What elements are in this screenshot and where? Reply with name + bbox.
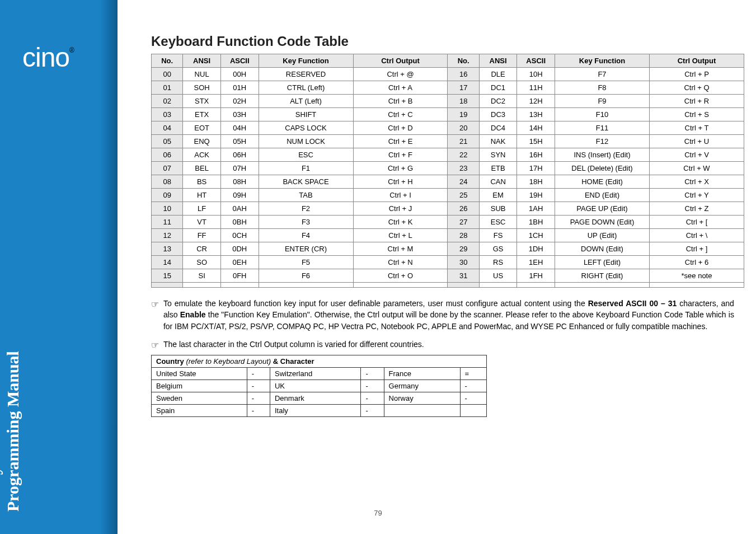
table-cell: F9: [555, 95, 650, 108]
table-cell: F1: [259, 162, 353, 175]
table-cell: Ctrl + U: [649, 135, 744, 148]
sidebar: cino® FuzzyScan Fixed Mount Scan Program…: [0, 0, 118, 534]
country-cell: Denmark: [270, 392, 360, 404]
table-cell: Ctrl + G: [353, 162, 448, 175]
table-cell: F8: [555, 81, 650, 95]
table-cell: 18: [448, 95, 479, 108]
table-row: 13CR0DHENTER (CR)Ctrl + M29GS1DHDOWN (Ed…: [152, 242, 744, 256]
country-cell: -: [247, 392, 270, 404]
content-area: Keyboard Function Code Table No. ANSI AS…: [151, 34, 744, 417]
table-cell: 13: [152, 242, 183, 256]
table-cell: 02: [152, 95, 183, 108]
table-cell: Ctrl + K: [353, 216, 448, 229]
table-cell: 19H: [517, 189, 555, 202]
note-1: ☞ To emulate the keyboard function key i…: [151, 298, 744, 332]
table-cell: SI: [183, 269, 221, 283]
table-cell: NUM LOCK: [259, 135, 353, 148]
table-cell: 05: [152, 135, 183, 148]
table-cell: 06H: [220, 148, 259, 162]
table-cell: 18H: [517, 175, 555, 189]
table-cell: 04: [152, 121, 183, 135]
logo-registered: ®: [69, 46, 74, 54]
table-cell: 08H: [220, 175, 259, 189]
table-cell: ETX: [183, 108, 221, 121]
country-header-row: Country (refer to Keyboard Layout) & Cha…: [152, 355, 487, 367]
th-ctrloutput: Ctrl Output: [353, 54, 448, 68]
table-cell: Ctrl + P: [649, 68, 744, 81]
page-number: 79: [374, 509, 382, 517]
table-cell: Ctrl + F: [353, 148, 448, 162]
table-cell: 30: [448, 256, 479, 269]
table-cell: Ctrl + [: [649, 216, 744, 229]
table-cell: 03H: [220, 108, 259, 121]
table-row: 07BEL07HF1Ctrl + G23ETB17HDEL (Delete) (…: [152, 162, 744, 175]
table-cell: 31: [448, 269, 479, 283]
table-cell: 03: [152, 108, 183, 121]
table-cell: 08: [152, 175, 183, 189]
table-cell: PAGE UP (Edit): [555, 202, 650, 216]
th-keyfunction2: Key Function: [555, 54, 650, 68]
table-cell: Ctrl + O: [353, 269, 448, 283]
country-header: Country (refer to Keyboard Layout) & Cha…: [152, 355, 487, 367]
table-cell: TAB: [259, 189, 353, 202]
table-cell: [479, 283, 517, 288]
table-cell: [555, 283, 650, 288]
table-cell: SUB: [479, 202, 517, 216]
table-cell: 14H: [517, 121, 555, 135]
country-cell: -: [460, 392, 486, 404]
table-cell: F6: [259, 269, 353, 283]
table-cell: ALT (Left): [259, 95, 353, 108]
table-cell: [517, 283, 555, 288]
table-cell: EM: [479, 189, 517, 202]
table-cell: 12H: [517, 95, 555, 108]
table-cell: 21: [448, 135, 479, 148]
table-cell: SHIFT: [259, 108, 353, 121]
table-cell: Ctrl + C: [353, 108, 448, 121]
table-cell: US: [479, 269, 517, 283]
country-row: Sweden-Denmark-Norway-: [152, 392, 487, 404]
country-header-b2: & Character: [273, 357, 314, 366]
table-row: 06ACK06HESCCtrl + F22SYN16HINS (Insert) …: [152, 148, 744, 162]
table-cell: Ctrl + I: [353, 189, 448, 202]
table-cell: DEL (Delete) (Edit): [555, 162, 650, 175]
country-cell: Germany: [384, 380, 460, 392]
th-ansi: ANSI: [183, 54, 221, 68]
table-cell: 1DH: [517, 242, 555, 256]
table-cell: 16: [448, 68, 479, 81]
table-cell: 29: [448, 242, 479, 256]
table-cell: 15: [152, 269, 183, 283]
table-cell: Ctrl + N: [353, 256, 448, 269]
table-cell: [448, 283, 479, 288]
table-row: [152, 283, 744, 288]
country-cell: -: [361, 380, 384, 392]
table-cell: Ctrl + Z: [649, 202, 744, 216]
th-ctrloutput2: Ctrl Output: [649, 54, 744, 68]
country-cell: Italy: [270, 404, 360, 416]
table-cell: BACK SPACE: [259, 175, 353, 189]
note-2-text: The last character in the Ctrl Output co…: [163, 340, 424, 349]
table-cell: [183, 283, 221, 288]
table-cell: Ctrl + R: [649, 95, 744, 108]
country-header-italic: (refer to Keyboard Layout): [184, 357, 273, 366]
table-row: 11VT0BHF3Ctrl + K27ESC1BHPAGE DOWN (Edit…: [152, 216, 744, 229]
country-header-b1: Country: [156, 357, 184, 366]
table-row: 10LF0AHF2Ctrl + J26SUB1AHPAGE UP (Edit)C…: [152, 202, 744, 216]
table-cell: 00H: [220, 68, 259, 81]
table-row: 04EOT04HCAPS LOCKCtrl + D20DC414HF11Ctrl…: [152, 121, 744, 135]
table-cell: 01H: [220, 81, 259, 95]
table-cell: *see note: [649, 269, 744, 283]
table-cell: Ctrl + X: [649, 175, 744, 189]
table-cell: CR: [183, 242, 221, 256]
table-cell: 0FH: [220, 269, 259, 283]
table-cell: Ctrl + B: [353, 95, 448, 108]
table-cell: Ctrl + Y: [649, 189, 744, 202]
table-cell: ESC: [479, 216, 517, 229]
table-cell: 09: [152, 189, 183, 202]
table-cell: END (Edit): [555, 189, 650, 202]
country-row: United State-Switzerland-France=: [152, 367, 487, 380]
country-row: Belgium-UK-Germany-: [152, 380, 487, 392]
table-cell: Ctrl + T: [649, 121, 744, 135]
table-cell: [259, 283, 353, 288]
table-cell: F5: [259, 256, 353, 269]
table-cell: BS: [183, 175, 221, 189]
